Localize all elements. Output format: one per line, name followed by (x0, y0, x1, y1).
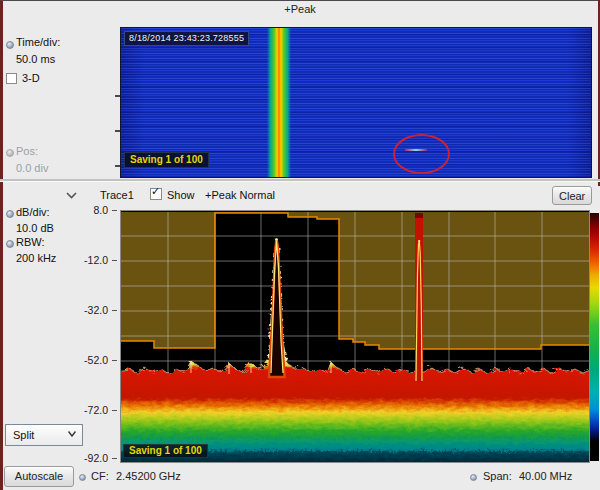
y-axis-label: -12.0 (70, 254, 108, 266)
dbdiv-value[interactable]: 10.0 dB (16, 222, 54, 234)
spectrum-display[interactable]: Saving 1 of 100 (120, 210, 590, 463)
annotation-circle (393, 134, 450, 174)
dbdiv-label: dB/div: (16, 206, 50, 218)
threed-checkbox[interactable] (6, 73, 17, 84)
trace-mode-label: +Peak Normal (205, 189, 275, 201)
mask-violation-signal (415, 213, 423, 382)
checkmark-icon: ✓ (151, 186, 160, 197)
rbw-knob-icon[interactable] (6, 240, 14, 248)
cf-value[interactable]: 2.45200 GHz (116, 470, 181, 482)
detection-mode-title: +Peak (0, 3, 600, 15)
cf-knob-icon[interactable] (79, 474, 86, 481)
pos-label: Pos: (16, 145, 38, 157)
trace-selector[interactable]: Trace1 (100, 189, 134, 201)
y-axis-tick (112, 410, 117, 411)
timediv-value[interactable]: 50.0 ms (16, 53, 55, 65)
show-label[interactable]: Show (167, 189, 195, 201)
timediv-label: Time/div: (16, 36, 60, 48)
spectrogram-signal-stripe (267, 28, 291, 177)
autoscale-button[interactable]: Autoscale (4, 466, 74, 487)
spectrum-saving-badge: Saving 1 of 100 (123, 444, 208, 458)
show-checkbox[interactable]: ✓ (150, 188, 162, 200)
dbdiv-knob-icon[interactable] (6, 210, 14, 218)
pos-knob-icon (6, 149, 14, 157)
window-border-left (0, 0, 3, 490)
clear-button[interactable]: Clear (552, 186, 592, 205)
y-axis-tick (112, 210, 117, 211)
y-axis-tick (112, 360, 117, 361)
spectrogram-div-tick (115, 165, 120, 167)
y-axis-tick (112, 310, 117, 311)
y-axis-tick (112, 458, 117, 459)
rbw-value[interactable]: 200 kHz (16, 252, 56, 264)
cf-label: CF: (91, 470, 109, 482)
chevron-down-icon (68, 431, 76, 437)
spectrogram-timestamp: 8/18/2014 23:43:23.728555 (124, 31, 249, 46)
timediv-knob-icon[interactable] (6, 41, 14, 49)
panel-divider (0, 179, 600, 182)
chevron-down-icon[interactable] (66, 192, 77, 199)
span-knob-icon[interactable] (470, 474, 477, 481)
span-label: Span: (483, 470, 512, 482)
y-axis-label: -72.0 (70, 404, 108, 416)
threed-label[interactable]: 3-D (22, 72, 40, 84)
y-axis-label: -92.0 (70, 452, 108, 464)
density-colorbar (590, 213, 599, 461)
y-axis-tick (112, 260, 117, 261)
spectrum-canvas (121, 211, 589, 462)
spectrogram-display[interactable]: 8/18/2014 23:43:23.728555 Saving 1 of 10… (120, 27, 592, 178)
window-border-top (0, 0, 600, 1)
spectrogram-div-tick (115, 95, 120, 97)
display-mode-dropdown[interactable]: Split (5, 424, 83, 446)
pos-value: 0.0 div (16, 162, 48, 174)
y-axis-label: -52.0 (70, 354, 108, 366)
y-axis-label: 8.0 (70, 204, 108, 216)
spectrogram-div-tick (115, 130, 120, 132)
span-value[interactable]: 40.00 MHz (519, 470, 572, 482)
display-mode-value: Split (13, 429, 34, 441)
rbw-label: RBW: (16, 236, 45, 248)
spectrogram-saving-badge: Saving 1 of 100 (124, 152, 209, 168)
y-axis-label: -32.0 (70, 304, 108, 316)
